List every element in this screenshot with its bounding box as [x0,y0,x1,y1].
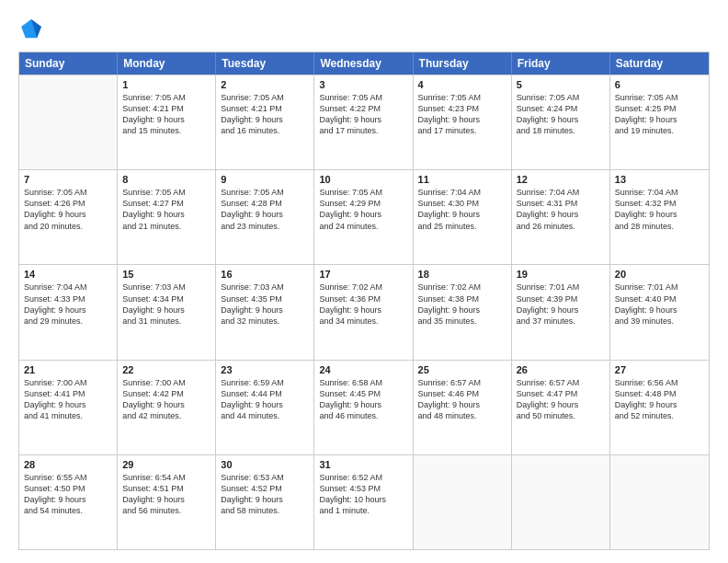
cell-info-line: Daylight: 9 hours [615,399,704,410]
calendar-row-4: 28Sunrise: 6:55 AMSunset: 4:50 PMDayligh… [19,454,709,549]
day-cell-20: 20Sunrise: 7:01 AMSunset: 4:40 PMDayligh… [610,265,709,359]
cell-info-line: Daylight: 9 hours [221,494,309,505]
day-number: 10 [319,174,407,185]
cell-info-line: Sunset: 4:47 PM [517,388,605,399]
cell-info-line: Sunset: 4:38 PM [418,293,506,304]
cell-info-line: and 56 minutes. [122,505,210,516]
day-number: 29 [122,459,210,470]
day-number: 26 [517,364,605,375]
day-cell-8: 8Sunrise: 7:05 AMSunset: 4:27 PMDaylight… [118,170,216,264]
logo-icon [18,17,44,42]
weekday-header-friday: Friday [512,52,610,75]
cell-info-line: Sunrise: 7:04 AM [418,187,506,198]
day-cell-26: 26Sunrise: 6:57 AMSunset: 4:47 PMDayligh… [512,361,610,454]
cell-info-line: Daylight: 9 hours [418,209,506,220]
cell-info-line: Daylight: 9 hours [24,304,112,316]
cell-info-line: Daylight: 9 hours [122,304,210,316]
cell-info-line: Sunset: 4:45 PM [319,388,407,399]
cell-info-line: and 19 minutes. [615,125,704,136]
cell-info-line: Sunrise: 7:05 AM [24,187,112,198]
cell-info-line: Daylight: 9 hours [221,399,309,410]
cell-info-line: and 21 minutes. [122,221,210,232]
day-number: 2 [221,79,309,90]
logo [18,17,48,42]
cell-info-line: Sunset: 4:31 PM [517,198,605,209]
weekday-header-tuesday: Tuesday [216,52,314,75]
day-number: 31 [319,459,407,470]
day-number: 19 [517,269,605,280]
cell-info-line: Sunset: 4:23 PM [418,103,506,114]
cell-info-line: Daylight: 9 hours [24,399,112,410]
cell-info-line: Sunrise: 6:53 AM [221,472,309,483]
cell-info-line: and 48 minutes. [418,410,506,421]
day-cell-11: 11Sunrise: 7:04 AMSunset: 4:30 PMDayligh… [414,170,512,264]
cell-info-line: Sunrise: 7:05 AM [615,92,704,103]
cell-info-line: Sunset: 4:27 PM [122,198,210,209]
cell-info-line: Sunset: 4:51 PM [122,483,210,494]
cell-info-line: Sunset: 4:32 PM [615,198,704,209]
calendar-row-2: 14Sunrise: 7:04 AMSunset: 4:33 PMDayligh… [19,264,709,359]
day-cell-12: 12Sunrise: 7:04 AMSunset: 4:31 PMDayligh… [512,170,610,264]
day-number: 23 [221,364,309,375]
cell-info-line: Sunset: 4:28 PM [221,198,309,209]
day-cell-13: 13Sunrise: 7:04 AMSunset: 4:32 PMDayligh… [610,170,709,264]
cell-info-line: and 29 minutes. [24,316,112,327]
cell-info-line: Daylight: 9 hours [122,114,210,125]
weekday-header-monday: Monday [118,52,216,75]
day-number: 8 [122,174,210,185]
cell-info-line: Daylight: 9 hours [221,114,309,125]
cell-info-line: and 17 minutes. [418,125,506,136]
cell-info-line: Sunrise: 7:00 AM [122,377,210,388]
cell-info-line: Daylight: 9 hours [418,114,506,125]
cell-info-line: and 46 minutes. [319,410,407,421]
day-number: 14 [24,269,112,280]
day-number: 6 [615,79,704,90]
weekday-header-wednesday: Wednesday [314,52,413,75]
cell-info-line: and 16 minutes. [221,125,309,136]
day-cell-5: 5Sunrise: 7:05 AMSunset: 4:24 PMDaylight… [512,75,610,169]
cell-info-line: Sunrise: 7:05 AM [418,92,506,103]
calendar-row-1: 7Sunrise: 7:05 AMSunset: 4:26 PMDaylight… [19,169,709,264]
day-number: 27 [615,364,704,375]
cell-info-line: and 31 minutes. [122,316,210,327]
calendar-row-3: 21Sunrise: 7:00 AMSunset: 4:41 PMDayligh… [19,360,709,454]
cell-info-line: Sunset: 4:53 PM [319,483,407,494]
cell-info-line: Sunset: 4:42 PM [122,388,210,399]
cell-info-line: Daylight: 9 hours [221,209,309,220]
cell-info-line: Daylight: 9 hours [517,209,605,220]
cell-info-line: Daylight: 9 hours [319,209,407,220]
cell-info-line: Sunrise: 7:02 AM [319,282,407,293]
cell-info-line: Sunrise: 7:05 AM [221,187,309,198]
cell-info-line: Daylight: 9 hours [221,304,309,316]
day-cell-14: 14Sunrise: 7:04 AMSunset: 4:33 PMDayligh… [19,265,118,359]
cell-info-line: Sunrise: 6:55 AM [24,472,112,483]
day-number: 11 [418,174,506,185]
cell-info-line: Daylight: 9 hours [122,399,210,410]
cell-info-line: Sunset: 4:39 PM [517,293,605,304]
cell-info-line: and 15 minutes. [122,125,210,136]
cell-info-line: Sunset: 4:25 PM [615,103,704,114]
day-cell-17: 17Sunrise: 7:02 AMSunset: 4:36 PMDayligh… [314,265,413,359]
day-cell-30: 30Sunrise: 6:53 AMSunset: 4:52 PMDayligh… [216,455,314,549]
weekday-header-thursday: Thursday [414,52,512,75]
cell-info-line: Daylight: 9 hours [517,399,605,410]
day-number: 28 [24,459,112,470]
day-cell-29: 29Sunrise: 6:54 AMSunset: 4:51 PMDayligh… [118,455,216,549]
day-cell-22: 22Sunrise: 7:00 AMSunset: 4:42 PMDayligh… [118,361,216,454]
weekday-header-saturday: Saturday [610,52,709,75]
day-number: 4 [418,79,506,90]
cell-info-line: and 54 minutes. [24,505,112,516]
cell-info-line: Sunset: 4:24 PM [517,103,605,114]
cell-info-line: Daylight: 9 hours [418,304,506,316]
cell-info-line: and 1 minute. [319,505,407,516]
cell-info-line: Sunset: 4:30 PM [418,198,506,209]
cell-info-line: and 28 minutes. [615,221,704,232]
cell-info-line: and 37 minutes. [517,316,605,327]
cell-info-line: Sunset: 4:21 PM [122,103,210,114]
day-number: 15 [122,269,210,280]
calendar: SundayMondayTuesdayWednesdayThursdayFrid… [18,52,710,550]
cell-info-line: Sunrise: 6:52 AM [319,472,407,483]
weekday-header-sunday: Sunday [19,52,118,75]
cell-info-line: Sunrise: 7:03 AM [221,282,309,293]
cell-info-line: and 34 minutes. [319,316,407,327]
